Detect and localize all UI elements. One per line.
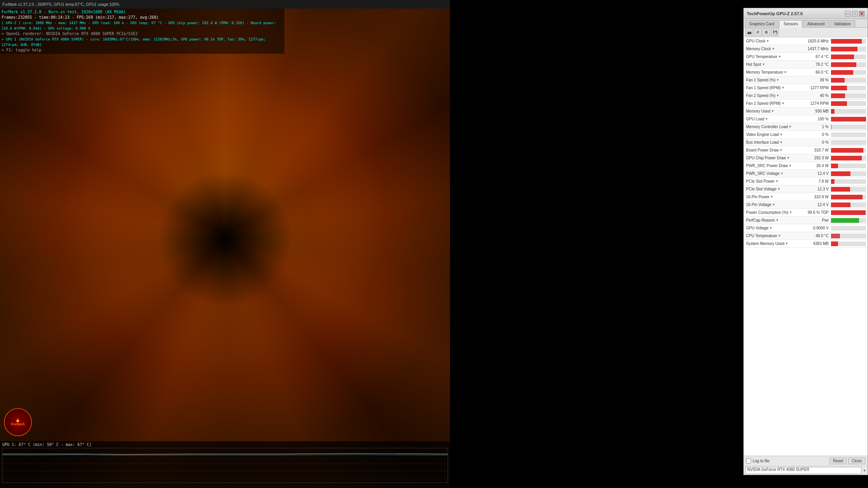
furmark-info-line-3: > OpenGL renderer: NVIDIA GeForce RTX 40… [2,31,283,37]
refresh-button[interactable]: ↺ [754,28,762,36]
sensor-bar-container-12 [831,132,866,137]
sensor-row-24: GPU Voltage▼0.9000 V [744,224,868,232]
sensor-value-11: 1 % [802,125,830,129]
sensor-value-3: 78.2 °C [802,62,830,67]
sensor-bar-18 [831,179,834,184]
sensor-dropdown-23[interactable]: ▼ [776,218,779,222]
log-to-file-checkbox[interactable] [746,458,751,463]
sensor-dropdown-25[interactable]: ▼ [778,234,781,238]
gpuz-titlebar: TechPowerUp GPU-Z 2.57.0 — □ ✕ [744,8,868,19]
sensor-row-5: Fan 1 Speed (%)▼39 % [744,76,868,84]
sensor-name-25: CPU Temperature▼ [745,234,802,238]
sensor-name-22: Power Consumption (%)▼ [745,210,802,215]
maximize-button[interactable]: □ [852,11,857,16]
sensor-bar-container-19 [831,187,866,192]
sensor-bar-10 [831,117,866,122]
sensor-dropdown-1[interactable]: ▼ [772,47,775,51]
sensor-row-26: System Memory Used▼4383 MB [744,240,868,248]
sensor-value-14: 318.7 W [802,148,830,152]
furmark-logo: 🔥FurMark [4,408,35,439]
gpuz-gpu-select: NVIDIA GeForce RTX 4080 SUPER ▼ [744,466,868,475]
sensor-dropdown-24[interactable]: ▼ [769,226,773,230]
tab-graphics-card[interactable]: Graphics Card [745,20,778,27]
sensor-name-7: Fan 2 Speed (%)▼ [745,93,802,98]
sensor-dropdown-2[interactable]: ▼ [778,55,781,58]
sensor-bar-container-3 [831,62,866,67]
sensor-name-21: 16-Pin Voltage▼ [745,203,802,207]
gpuz-tabs: Graphics Card Sensors Advanced Validatio… [744,19,868,28]
sensor-dropdown-19[interactable]: ▼ [777,187,780,191]
tab-validation[interactable]: Validation [830,20,855,27]
sensor-dropdown-13[interactable]: ▼ [780,141,783,144]
sensor-dropdown-26[interactable]: ▼ [785,242,788,245]
sensor-bar-container-21 [831,203,866,207]
settings-button[interactable]: ⚙ [762,28,770,36]
sensor-name-19: PCIe Slot Voltage▼ [745,187,802,191]
sensor-dropdown-16[interactable]: ▼ [789,164,792,167]
sensors-table: GPU Clock▼1825.6 MHzMemory Clock▼1437.7 … [744,37,868,456]
sensor-name-23: PerfCap Reason▼ [745,218,802,222]
sensor-bar-container-0 [831,39,866,44]
minimize-button[interactable]: — [845,11,850,16]
sensor-dropdown-10[interactable]: ▼ [765,117,768,121]
sensor-dropdown-15[interactable]: ▼ [787,156,790,160]
sensor-dropdown-21[interactable]: ▼ [772,203,775,206]
gpu-select-arrow-icon[interactable]: ▼ [863,469,866,472]
logo-text: 🔥FurMark [11,418,25,426]
sensor-value-6: 1277 RPM [802,86,830,90]
sensor-dropdown-3[interactable]: ▼ [762,63,765,66]
furmark-info-line-0: FurMark v1.37.2.0 - Burn-in test, 1920x1… [2,9,283,15]
sensor-dropdown-22[interactable]: ▼ [789,211,792,214]
sensor-value-5: 39 % [802,78,830,82]
sensor-dropdown-17[interactable]: ▼ [780,172,783,175]
sensor-bar-0 [831,39,862,44]
sensor-dropdown-5[interactable]: ▼ [776,78,780,82]
sensor-row-9: Memory Used▼936 MB [744,107,868,115]
sensor-bar-3 [831,62,856,67]
furmark-title-text: FurMark v1.37.2.0 - 269FPS, GPU1 temp:67… [2,2,119,7]
sensor-value-23: Pwr [802,218,830,222]
graph-label: GPU 1: 67° C (min: 50° C - max: 67° C) [0,441,450,448]
close-button[interactable]: ✕ [859,11,864,16]
furmark-info-overlay: FurMark v1.37.2.0 - Burn-in test, 1920x1… [0,9,284,54]
camera-button[interactable]: 📷 [745,28,753,36]
sensor-row-15: GPU Chip Power Draw▼292.3 W [744,154,868,162]
save-button[interactable]: 💾 [771,28,779,36]
furmark-info-line-5: > F1: toggle help [2,48,283,53]
sensor-bar-25 [831,234,840,238]
sensor-dropdown-14[interactable]: ▼ [780,148,783,152]
sensor-dropdown-8[interactable]: ▼ [782,102,785,105]
tab-sensors[interactable]: Sensors [779,20,802,28]
dark-center [157,171,293,308]
gpuz-panel: TechPowerUp GPU-Z 2.57.0 — □ ✕ Graphics … [743,8,868,475]
gpu-select-dropdown[interactable]: NVIDIA GeForce RTX 4080 SUPER [745,467,861,474]
sensor-bar-2 [831,55,854,59]
sensor-dropdown-7[interactable]: ▼ [776,94,780,97]
sensor-value-18: 7.8 W [802,179,830,183]
sensor-dropdown-11[interactable]: ▼ [789,125,792,129]
sensor-bar-5 [831,78,845,83]
sensor-dropdown-0[interactable]: ▼ [766,39,769,43]
sensor-bar-container-17 [831,171,866,176]
sensor-bar-21 [831,203,850,207]
sensor-dropdown-9[interactable]: ▼ [771,109,774,113]
sensor-dropdown-20[interactable]: ▼ [770,195,773,199]
sensor-dropdown-18[interactable]: ▼ [775,180,778,183]
sensor-bar-26 [831,241,838,246]
sensor-bar-container-1 [831,47,866,51]
sensor-dropdown-6[interactable]: ▼ [782,86,785,90]
sensor-value-15: 292.3 W [802,156,830,160]
reset-button[interactable]: Reset [829,458,847,464]
sensor-dropdown-12[interactable]: ▼ [780,133,783,136]
sensor-value-21: 12.4 V [802,203,830,207]
tab-advanced[interactable]: Advanced [803,20,829,27]
close-gpuz-button[interactable]: Close [848,458,865,464]
sensor-name-4: Memory Temperature▼ [745,70,802,74]
log-to-file-label[interactable]: Log to file [746,458,769,463]
sensor-value-8: 1274 RPM [802,101,830,106]
sensor-bar-16 [831,164,838,168]
sensor-bar-22 [831,210,866,215]
sensor-dropdown-4[interactable]: ▼ [784,70,787,74]
sensor-name-15: GPU Chip Power Draw▼ [745,156,802,160]
graph-canvas [2,448,448,483]
